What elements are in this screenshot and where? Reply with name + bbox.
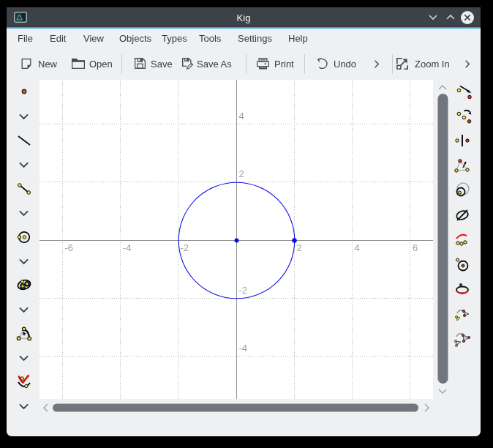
- svg-text:-6: -6: [65, 242, 74, 253]
- svg-text:-2: -2: [181, 242, 189, 253]
- svg-text:-4: -4: [123, 242, 132, 253]
- svg-text:2: 2: [297, 242, 302, 253]
- svg-text:-4: -4: [239, 343, 248, 354]
- svg-text:4: 4: [355, 242, 360, 253]
- svg-text:2: 2: [239, 168, 244, 179]
- svg-text:6: 6: [413, 242, 418, 253]
- svg-text:Kig: Kig: [237, 12, 251, 23]
- svg-text:4: 4: [239, 111, 244, 122]
- svg-text:-2: -2: [239, 285, 248, 296]
